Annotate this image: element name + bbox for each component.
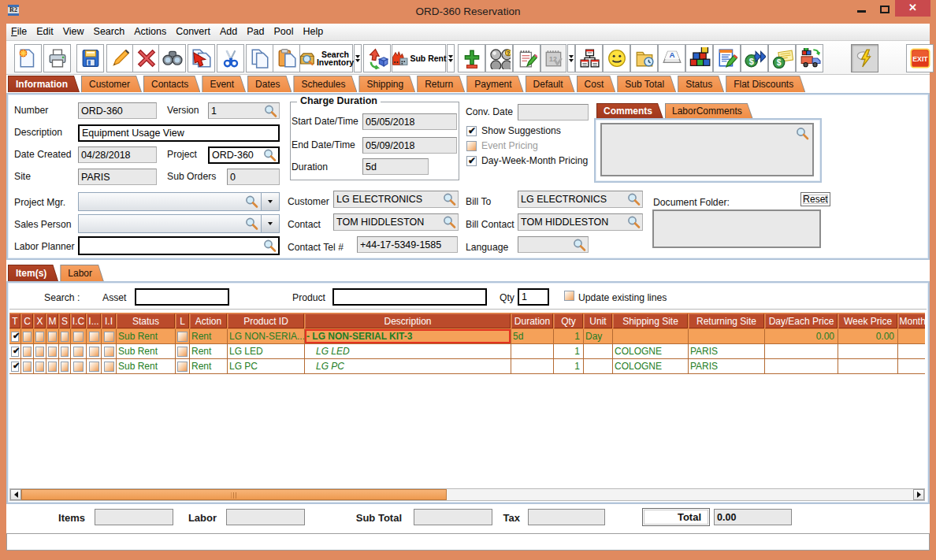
- tab-schedules[interactable]: Schedules: [293, 76, 357, 92]
- description-field[interactable]: Equipment Usage View: [78, 124, 280, 142]
- column-header-desc[interactable]: Description: [305, 313, 511, 328]
- scroll-right-arrow[interactable]: [913, 489, 924, 500]
- table-row[interactable]: Sub RentRentLG LEDLG LED1COLOGNEPARIS: [9, 344, 925, 359]
- menu-item-edit[interactable]: Edit: [32, 24, 58, 40]
- conv-date-field[interactable]: [518, 104, 589, 121]
- tab-dates[interactable]: Dates: [247, 76, 292, 92]
- reset-button[interactable]: Reset: [800, 192, 830, 206]
- convert-order-button[interactable]: [363, 44, 391, 72]
- tab-default[interactable]: Default: [526, 76, 575, 92]
- menu-item-file[interactable]: File: [6, 24, 32, 40]
- schedule-button-dropdown[interactable]: [567, 44, 575, 72]
- contact-smiley-button[interactable]: [603, 44, 630, 72]
- column-header-ship[interactable]: Shipping Site: [613, 313, 688, 328]
- items-tab-labor[interactable]: Labor: [60, 265, 104, 282]
- column-header-ii[interactable]: I.I: [102, 313, 116, 328]
- asset-input[interactable]: [135, 288, 229, 306]
- menu-item-pool[interactable]: Pool: [269, 24, 298, 40]
- close-button[interactable]: ✕: [895, 0, 930, 17]
- column-header-status[interactable]: Status: [117, 313, 175, 328]
- column-header-idots[interactable]: I...: [87, 313, 101, 328]
- scrollbar-thumb[interactable]: [21, 489, 447, 500]
- schedule-button[interactable]: 12: [540, 44, 566, 72]
- row-checkbox-ii[interactable]: [104, 347, 114, 357]
- tab-status[interactable]: Status: [678, 76, 724, 92]
- row-checkbox-l[interactable]: [177, 347, 188, 357]
- row-checkbox-c[interactable]: [23, 362, 32, 372]
- report-edit-button[interactable]: [713, 44, 741, 72]
- column-header-dayp[interactable]: Day/Each Price: [765, 313, 838, 328]
- row-checkbox-s[interactable]: [61, 332, 69, 342]
- tab-cost[interactable]: Cost: [577, 76, 616, 92]
- row-checkbox-t[interactable]: [11, 362, 19, 372]
- sub-rent-button-dropdown[interactable]: [447, 44, 455, 72]
- comments-tab-comments[interactable]: Comments: [596, 103, 663, 119]
- update-existing-checkbox[interactable]: [564, 291, 574, 301]
- start-date-field[interactable]: 05/05/2018: [362, 113, 457, 130]
- row-checkbox-ii[interactable]: [104, 362, 114, 372]
- column-header-product[interactable]: Product ID: [228, 313, 304, 328]
- edit-button[interactable]: [106, 44, 134, 72]
- row-checkbox-ic[interactable]: [73, 332, 84, 342]
- sales-person-combo-dropdown[interactable]: [261, 215, 279, 232]
- project-field[interactable]: ORD-360: [208, 146, 280, 164]
- site-field[interactable]: PARIS: [78, 169, 157, 185]
- comments-textarea[interactable]: [600, 123, 814, 176]
- menu-item-pad[interactable]: Pad: [242, 24, 269, 40]
- row-checkbox-x[interactable]: [35, 332, 44, 342]
- copy-button[interactable]: [246, 44, 273, 72]
- search-inventory-button[interactable]: Search Inventory: [299, 44, 353, 72]
- shortcut-key-button[interactable]: A: [658, 44, 685, 72]
- date-created-field[interactable]: 04/28/2018: [78, 146, 157, 163]
- comments-tab-laborcomments[interactable]: LaborComments: [665, 103, 753, 119]
- column-header-qty[interactable]: Qty: [554, 313, 583, 328]
- column-header-ic[interactable]: I.C: [71, 313, 86, 328]
- column-header-monthp[interactable]: Month Price: [898, 313, 925, 328]
- tab-sub-total[interactable]: Sub Total: [617, 76, 676, 92]
- column-header-c[interactable]: C: [21, 313, 33, 328]
- quick-action-button[interactable]: [851, 44, 878, 72]
- project-mgr-combo[interactable]: [78, 192, 280, 211]
- tab-customer[interactable]: Customer: [81, 76, 142, 92]
- sub-rent-button[interactable]: Sub Rent: [392, 44, 446, 72]
- row-checkbox-idots[interactable]: [89, 362, 99, 372]
- version-field[interactable]: 1: [208, 102, 280, 119]
- row-checkbox-t[interactable]: [11, 347, 19, 357]
- row-checkbox-l[interactable]: [177, 362, 188, 372]
- exit-button[interactable]: EXIT: [906, 44, 934, 72]
- row-checkbox-c[interactable]: [23, 347, 32, 357]
- save-button[interactable]: [76, 44, 104, 72]
- sub-orders-field[interactable]: 0: [227, 169, 280, 185]
- print-button[interactable]: [43, 44, 71, 72]
- column-header-m[interactable]: M: [46, 313, 58, 328]
- menu-item-search[interactable]: Search: [89, 24, 130, 40]
- column-header-unit[interactable]: Unit: [584, 313, 612, 328]
- delete-button[interactable]: [132, 44, 160, 72]
- invoice-forward-button[interactable]: $: [741, 44, 768, 72]
- column-header-ret[interactable]: Returning Site: [689, 313, 764, 328]
- row-checkbox-s[interactable]: [61, 347, 69, 357]
- inventory-bricks-button[interactable]: [685, 44, 713, 72]
- menu-item-add[interactable]: Add: [215, 24, 242, 40]
- qty-input[interactable]: 1: [518, 288, 549, 306]
- row-checkbox-idots[interactable]: [89, 347, 99, 357]
- search-inventory-button-dropdown[interactable]: [354, 44, 362, 72]
- contact-tel-field[interactable]: +44-17-5349-1585: [357, 236, 458, 253]
- tab-contacts[interactable]: Contacts: [143, 76, 200, 92]
- column-header-action[interactable]: Action: [190, 313, 227, 328]
- labor-planner-field[interactable]: [78, 236, 280, 255]
- org-chart-button[interactable]: [575, 44, 603, 72]
- row-checkbox-idots[interactable]: [89, 332, 99, 342]
- row-checkbox-m[interactable]: [48, 347, 57, 357]
- column-header-s[interactable]: S: [59, 313, 70, 328]
- shipping-truck-button[interactable]: [796, 44, 823, 72]
- bill-contact-field[interactable]: TOM HIDDLESTON: [518, 213, 643, 231]
- pool-button[interactable]: ?: [485, 44, 513, 72]
- menu-item-convert[interactable]: Convert: [171, 24, 215, 40]
- paste-button[interactable]: [273, 44, 300, 72]
- row-checkbox-c[interactable]: [23, 332, 32, 342]
- scroll-left-arrow[interactable]: [10, 489, 21, 500]
- maximize-button[interactable]: [880, 6, 890, 13]
- column-header-weekp[interactable]: Week Price: [838, 313, 897, 328]
- number-field[interactable]: ORD-360: [78, 102, 157, 119]
